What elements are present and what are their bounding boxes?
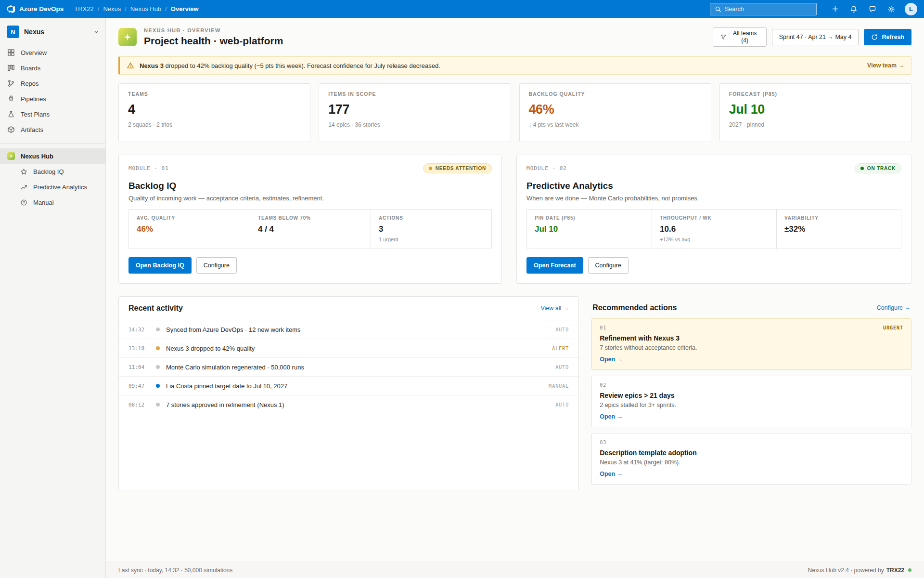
module-kicker: MODULE · 02 xyxy=(526,165,567,171)
activity-time: 11:04 xyxy=(128,364,150,370)
action-description: 2 epics stalled for 3+ sprints. xyxy=(600,402,903,408)
action-title: Review epics > 21 days xyxy=(600,392,903,399)
status-badge-on-track: ON TRACK xyxy=(855,163,901,173)
module-title: Predictive Analytics xyxy=(526,181,901,191)
sparkle-icon xyxy=(123,33,132,41)
stat-sub: 14 epics · 36 stories xyxy=(328,121,501,128)
settings-button[interactable] xyxy=(884,2,898,16)
module-stat-value: 3 xyxy=(379,224,484,234)
sidebar-item-predictive-analytics[interactable]: Predictive Analytics xyxy=(0,179,105,195)
sidebar-item-overview[interactable]: Overview xyxy=(0,45,105,60)
module-stat-throughput: THROUGHPUT / WK 10.6 +13% vs avg xyxy=(652,210,776,249)
status-dot-icon xyxy=(429,167,432,170)
nexus-hub-icon xyxy=(7,152,15,160)
configure-backlog-iq-button[interactable]: Configure xyxy=(196,257,237,274)
stat-value: 46% xyxy=(529,102,702,117)
sidebar-item-pipelines[interactable]: Pipelines xyxy=(0,91,105,106)
configure-forecast-button[interactable]: Configure xyxy=(588,257,629,274)
module-description: Quality of incoming work — acceptance cr… xyxy=(128,195,492,202)
test-plans-icon xyxy=(7,110,15,118)
module-card-backlog-iq: MODULE · 01 NEEDS ATTENTION Backlog IQ Q… xyxy=(118,155,502,284)
project-avatar: N xyxy=(7,26,19,38)
trend-arrow-icon xyxy=(20,184,27,191)
sidebar-item-manual[interactable]: Manual xyxy=(0,195,105,210)
stat-value: Jul 10 xyxy=(729,102,902,117)
feedback-button[interactable] xyxy=(865,2,880,16)
sidebar-item-nexus-hub[interactable]: Nexus Hub xyxy=(0,148,105,164)
activity-dot-icon xyxy=(156,365,160,369)
sidebar-item-boards[interactable]: Boards xyxy=(0,60,105,76)
view-team-link[interactable]: View team → xyxy=(867,62,904,69)
module-stats: AVG. QUALITY 46% TEAMS BELOW 70% 4 / 4 A… xyxy=(128,209,492,249)
comment-icon xyxy=(869,5,876,13)
configure-actions-link[interactable]: Configure → xyxy=(877,304,911,311)
view-all-link[interactable]: View all → xyxy=(540,305,569,312)
avatar[interactable]: L xyxy=(905,3,917,15)
pipelines-icon xyxy=(7,95,15,103)
module-stat-label: AVG. QUALITY xyxy=(137,215,242,221)
recent-activity-title: Recent activity xyxy=(128,304,183,313)
filter-icon xyxy=(720,34,727,40)
stat-card-forecast: FORECAST (P85) Jul 10 2027 · pinned xyxy=(719,83,911,142)
open-action-link[interactable]: Open → xyxy=(600,356,623,363)
stat-card-items-in-scope: ITEMS IN SCOPE 177 14 epics · 36 stories xyxy=(319,83,511,142)
activity-dot-icon xyxy=(156,403,160,407)
alert-subject: Nexus 3 xyxy=(140,62,164,69)
stat-card-teams: TEAMS 4 2 squads · 2 trios xyxy=(118,83,310,142)
open-backlog-iq-button[interactable]: Open Backlog IQ xyxy=(128,257,192,274)
breadcrumb: TRX22 / Nexus / Nexus Hub / Overview xyxy=(74,5,198,13)
sidebar: N Nexus Overview Boards Repos Pipelines … xyxy=(0,18,106,578)
module-stat-label: ACTIONS xyxy=(379,215,484,221)
sidebar-item-repos[interactable]: Repos xyxy=(0,76,105,91)
module-stat-label: PIN DATE (P85) xyxy=(535,215,644,221)
open-action-link[interactable]: Open → xyxy=(600,471,623,477)
stat-sub: ↓ 4 pts vs last week xyxy=(529,121,702,128)
stats-row: TEAMS 4 2 squads · 2 trios ITEMS IN SCOP… xyxy=(118,83,911,142)
recommended-actions-title: Recommended actions xyxy=(592,303,677,312)
sidebar-item-artifacts[interactable]: Artifacts xyxy=(0,122,105,137)
action-description: 7 stories without acceptance criteria. xyxy=(600,344,903,351)
module-stat-sub xyxy=(535,236,644,243)
breadcrumb-separator: / xyxy=(98,5,100,13)
azure-devops-logo-icon xyxy=(7,5,15,13)
status-badge-label: ON TRACK xyxy=(867,166,896,171)
activity-row: 08:12 7 stories approved in refinement (… xyxy=(119,395,578,414)
stat-card-backlog-quality: BACKLOG QUALITY 46% ↓ 4 pts vs last week xyxy=(519,83,711,142)
recommended-actions-panel: Recommended actions Configure → 01 URGEN… xyxy=(591,296,911,490)
sidebar-item-backlog-iq[interactable]: Backlog IQ xyxy=(0,164,105,179)
activity-time: 09:47 xyxy=(128,383,150,389)
chevron-down-icon[interactable] xyxy=(93,28,100,35)
module-stat-label: THROUGHPUT / WK xyxy=(660,215,769,221)
breadcrumb-current: Overview xyxy=(171,5,199,13)
sprint-selector-button[interactable]: Sprint 47 · Apr 21 → May 4 xyxy=(772,29,859,45)
project-name: Nexus xyxy=(24,28,88,36)
search-input[interactable] xyxy=(725,6,812,13)
stat-sub: 2027 · pinned xyxy=(729,121,902,128)
modules-row: MODULE · 01 NEEDS ATTENTION Backlog IQ Q… xyxy=(118,155,911,284)
project-switcher[interactable]: N Nexus xyxy=(0,23,105,45)
topbar-actions: L xyxy=(710,2,917,16)
module-stat-label: VARIABILITY xyxy=(784,215,893,221)
search-box[interactable] xyxy=(710,3,817,15)
breadcrumb-project[interactable]: TRX22 xyxy=(74,5,93,13)
azure-devops-home[interactable]: Azure DevOps xyxy=(7,5,64,13)
refresh-button[interactable]: Refresh xyxy=(864,29,911,45)
main-content: NEXUS HUB · OVERVIEW Project health · we… xyxy=(106,18,924,562)
activity-dot-icon xyxy=(156,328,160,331)
teams-filter-button[interactable]: All teams (4) xyxy=(713,27,767,47)
breadcrumb-hub[interactable]: Nexus Hub xyxy=(130,5,161,13)
action-number: 03 xyxy=(600,440,606,445)
page-header: NEXUS HUB · OVERVIEW Project health · we… xyxy=(118,27,911,47)
plus-icon xyxy=(832,5,839,13)
sidebar-item-test-plans[interactable]: Test Plans xyxy=(0,106,105,122)
module-stat-sub xyxy=(784,236,893,243)
module-kicker: MODULE · 01 xyxy=(128,165,169,171)
breadcrumb-team[interactable]: Nexus xyxy=(103,5,121,13)
add-button[interactable] xyxy=(828,2,842,16)
module-stat-value: 4 / 4 xyxy=(258,224,363,234)
open-action-link[interactable]: Open → xyxy=(600,413,623,420)
teams-filter-label: All teams (4) xyxy=(731,30,759,44)
alert-text: Nexus 3 dropped to 42% backlog quality (… xyxy=(140,62,440,69)
open-forecast-button[interactable]: Open Forecast xyxy=(526,257,583,274)
notifications-button[interactable] xyxy=(847,2,861,16)
